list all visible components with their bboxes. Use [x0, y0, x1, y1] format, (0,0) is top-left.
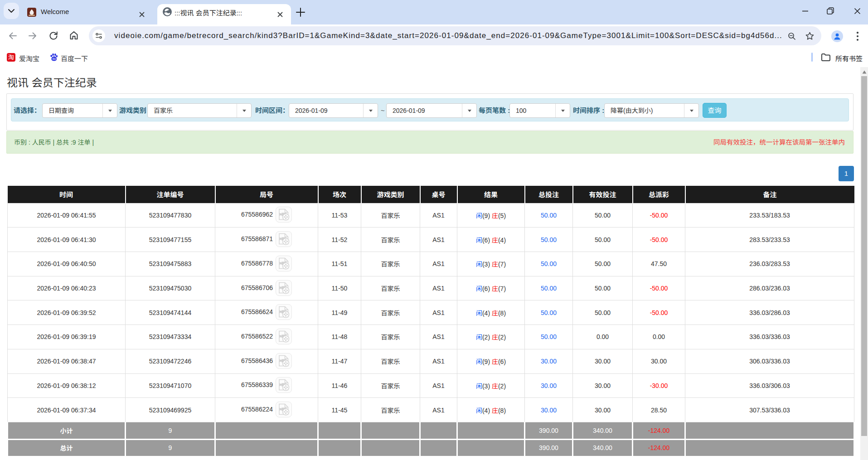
svg-text:du: du	[52, 57, 56, 61]
